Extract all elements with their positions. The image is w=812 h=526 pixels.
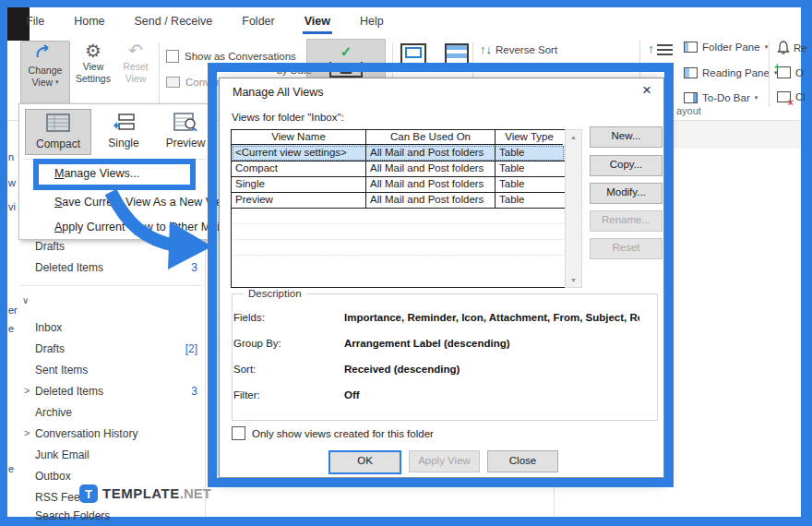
view-settings-button[interactable]: ⚙ View Settings [72, 41, 114, 107]
reset-view-label: Reset View [116, 61, 155, 85]
edge-fragment: vi [8, 201, 16, 212]
change-view-icon [34, 44, 56, 61]
close-all-items-button[interactable]: × Cl [777, 91, 806, 102]
callout-arrow-annotation [90, 185, 218, 275]
up-arrow-icon: ↑ [648, 42, 654, 58]
reading-pane-label: Reading Pane [702, 67, 770, 78]
folder-label: Deleted Items [35, 385, 103, 398]
lines-icon [657, 42, 673, 58]
tab-view[interactable]: View [303, 11, 332, 34]
show-as-conversations-label: Show as Conversations [185, 51, 296, 62]
edge-fragment: w [8, 177, 16, 188]
manage-views-highlight-annotation [33, 159, 196, 190]
close-items-label: Cl [795, 91, 806, 102]
reading-pane-button[interactable]: Reading Pane ▾ [684, 67, 777, 78]
sidebar-item-sent-items[interactable]: Sent Items [20, 361, 203, 380]
sidebar-item-junk-email[interactable]: Junk Email [20, 446, 203, 465]
chevron-down-icon: ▾ [755, 94, 758, 102]
reminders-label: Re [794, 42, 807, 54]
template-net-watermark: T TEMPLATE.NET [79, 484, 211, 503]
sidebar-item-outbox[interactable]: Outbox [20, 467, 203, 486]
folder-label: Conversation History [35, 427, 137, 440]
preview-view-icon [173, 113, 197, 131]
chevron-down-icon: ▾ [765, 43, 769, 51]
edge-fragment: e [8, 323, 14, 334]
sidebar-item-search-folders[interactable]: Search Folders [20, 507, 203, 526]
view-gallery-single[interactable]: Single [95, 109, 152, 153]
expand-chevron-icon[interactable]: > [24, 385, 30, 396]
open-window-label: O [795, 67, 804, 78]
todo-bar-button[interactable]: To-Do Bar ▾ [684, 92, 758, 103]
sidebar-item-drafts[interactable]: Drafts [2] [20, 340, 203, 359]
folder-label: Sent Items [35, 364, 88, 377]
folder-pane-label: Folder Pane [702, 42, 760, 53]
compact-view-icon [46, 114, 70, 132]
folder-label: Search Folders [35, 509, 110, 522]
chevron-down-icon: ▾ [55, 78, 59, 85]
sidebar-item-conversation-history[interactable]: > Conversation History [20, 424, 203, 444]
expand-chevron-icon[interactable]: > [24, 427, 30, 438]
sidebar-divider [20, 285, 203, 286]
reminders-window-button[interactable]: Re [777, 41, 807, 55]
item-count: 3 [191, 385, 197, 398]
reverse-sort-button[interactable]: ↑↓ Reverse Sort [480, 42, 557, 56]
single-view-icon [112, 113, 136, 131]
folder-label: Drafts [35, 342, 65, 355]
screenshot-frame: File Home Send / Receive Folder View Hel… [0, 0, 812, 526]
gallery-compact-label: Compact [26, 137, 90, 150]
todo-bar-label: To-Do Bar [702, 92, 750, 103]
content-band [674, 121, 801, 149]
reset-view-button[interactable]: ↶ Reset View [116, 41, 155, 107]
tab-file[interactable]: File [24, 11, 46, 34]
tab-folder[interactable]: Folder [240, 11, 276, 34]
folder-label: Outbox [35, 470, 71, 483]
message-preview-icon[interactable] [400, 43, 426, 65]
close-window-icon: × [777, 91, 791, 102]
reading-pane-icon [684, 67, 698, 78]
envelope-icon [166, 77, 180, 88]
show-as-conversations-checkbox[interactable]: Show as Conversations [166, 50, 296, 63]
gear-icon: ⚙ [72, 41, 114, 61]
edge-fragment: n [8, 151, 14, 162]
ribbon-tab-bar: File Home Send / Receive Folder View Hel… [24, 11, 386, 34]
tab-help[interactable]: Help [358, 11, 386, 34]
open-in-new-window-button[interactable]: + O [777, 66, 804, 78]
layout-group-label: ayout [676, 105, 701, 116]
dialog-highlight-annotation [208, 63, 674, 487]
gallery-single-label: Single [95, 137, 152, 149]
unread-count: [2] [185, 342, 197, 355]
folder-label: Archive [35, 406, 72, 419]
folder-label: Drafts [35, 240, 65, 253]
sidebar-item-deleted-items[interactable]: > Deleted Items 3 [20, 382, 203, 401]
change-view-button[interactable]: Change View ▾ [20, 41, 70, 109]
tab-home[interactable]: Home [72, 11, 106, 34]
new-window-icon: + [777, 66, 791, 78]
folder-pane-icon [684, 42, 698, 53]
folder-label: Inbox [35, 321, 62, 334]
ribbon-separator [769, 41, 770, 107]
checkbox-icon [166, 50, 179, 63]
view-gallery-compact[interactable]: Compact [25, 109, 91, 155]
gallery-preview-label: Preview [158, 137, 213, 149]
todo-bar-icon [684, 92, 698, 103]
tab-send-receive[interactable]: Send / Receive [133, 11, 215, 34]
sidebar-item-archive[interactable]: Archive [20, 403, 203, 423]
reverse-sort-label: Reverse Sort [496, 44, 557, 55]
edge-fragment: er [8, 305, 18, 316]
undo-icon: ↶ [116, 41, 155, 61]
sort-arrows-icon: ↑↓ [480, 42, 492, 56]
account-collapse-chevron[interactable]: ∨ [22, 295, 29, 305]
view-settings-label: View Settings [72, 61, 114, 85]
view-gallery-preview[interactable]: Preview [158, 109, 213, 153]
folder-pane-button[interactable]: Folder Pane ▾ [684, 42, 768, 53]
add-columns-icon[interactable] [445, 43, 469, 65]
folder-label: Junk Email [35, 448, 90, 461]
bell-icon [777, 41, 790, 55]
inbox-check-icon: ✓ [307, 43, 385, 60]
template-logo-icon: T [79, 484, 98, 503]
tighter-spacing-button[interactable]: ↑ [648, 42, 673, 58]
edge-fragment: e [8, 463, 14, 474]
ribbon-separator [159, 42, 160, 105]
sidebar-item-inbox[interactable]: Inbox [20, 318, 203, 338]
